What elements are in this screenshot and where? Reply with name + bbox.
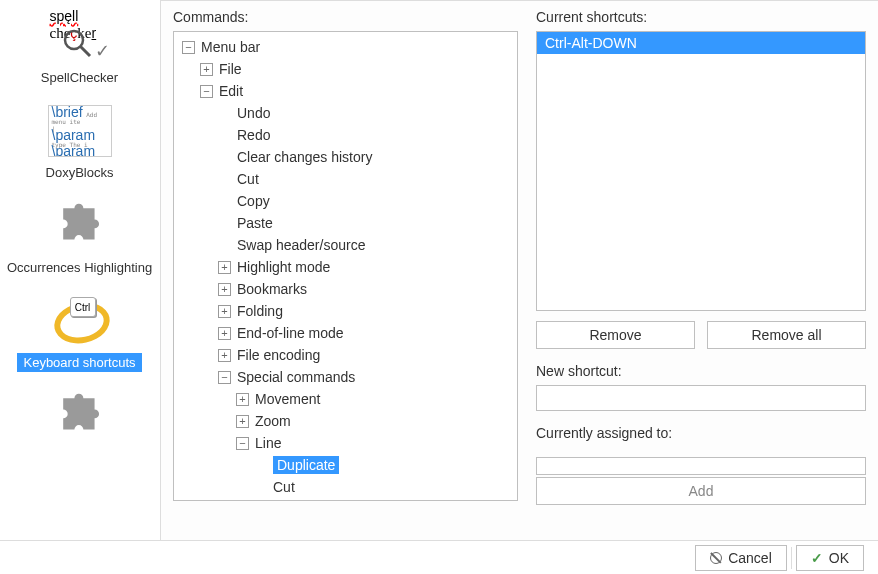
keyboard-icon: Ctrl	[48, 289, 112, 353]
cancel-button[interactable]: Cancel	[695, 545, 787, 571]
expand-icon[interactable]: +	[218, 261, 231, 274]
spellcheck-icon: spęllcheçker ✓	[48, 4, 112, 68]
tree-item-paste[interactable]: Paste	[174, 212, 517, 234]
expand-icon[interactable]: +	[236, 415, 249, 428]
tree-item-highlight-mode[interactable]: +Highlight mode	[174, 256, 517, 278]
puzzle-icon	[48, 384, 112, 448]
current-shortcuts-list[interactable]: Ctrl-Alt-DOWN	[536, 31, 866, 311]
tree-item-label: Bookmarks	[237, 281, 307, 297]
collapse-icon[interactable]: −	[182, 41, 195, 54]
tree-item-label: Highlight mode	[237, 259, 330, 275]
cancel-label: Cancel	[728, 550, 772, 566]
collapse-icon[interactable]: −	[218, 371, 231, 384]
ok-label: OK	[829, 550, 849, 566]
tree-item-label: End-of-line mode	[237, 325, 344, 341]
add-button[interactable]: Add	[536, 477, 866, 505]
tree-item-movement[interactable]: +Movement	[174, 388, 517, 410]
tree-item-copy[interactable]: Copy	[174, 190, 517, 212]
expand-icon[interactable]: +	[218, 349, 231, 362]
shortcut-item[interactable]: Ctrl-Alt-DOWN	[537, 32, 865, 54]
tree-item-duplicate[interactable]: Duplicate	[174, 454, 517, 476]
tree-item-label: File	[219, 61, 242, 77]
tree-item-label: Paste	[237, 215, 273, 231]
plugin-sidebar: spęllcheçker ✓ SpellChecker\brief Add me…	[0, 0, 160, 540]
new-shortcut-input[interactable]	[536, 385, 866, 411]
tree-item-file[interactable]: +File	[174, 58, 517, 80]
tree-item-edit[interactable]: −Edit	[174, 80, 517, 102]
tree-item-label: Swap header/source	[237, 237, 365, 253]
expand-icon[interactable]: +	[218, 305, 231, 318]
tree-item-label: Redo	[237, 127, 270, 143]
tree-item-cut[interactable]: Cut	[174, 476, 517, 498]
tree-item-label: Edit	[219, 83, 243, 99]
tree-item-label: Copy	[237, 193, 270, 209]
sidebar-item-label	[74, 448, 86, 452]
sidebar-item-occurrences-highlighting[interactable]: Occurrences Highlighting	[0, 190, 159, 285]
expand-icon[interactable]: +	[218, 283, 231, 296]
sidebar-item-spellchecker[interactable]: spęllcheçker ✓ SpellChecker	[0, 0, 159, 95]
tree-item-clear-changes-history[interactable]: Clear changes history	[174, 146, 517, 168]
expand-icon[interactable]: +	[236, 393, 249, 406]
sidebar-item-label: Keyboard shortcuts	[17, 353, 141, 372]
sidebar-item-label: DoxyBlocks	[40, 163, 120, 182]
sidebar-item-doxyblocks[interactable]: \brief Add menu ite|\param type The i\pa…	[0, 95, 159, 190]
tree-item-label: Movement	[255, 391, 320, 407]
tree-item-swap-header-source[interactable]: Swap header/source	[174, 234, 517, 256]
puzzle-icon	[48, 194, 112, 258]
tree-item-special-commands[interactable]: −Special commands	[174, 366, 517, 388]
tree-item-file-encoding[interactable]: +File encoding	[174, 344, 517, 366]
tree-item-zoom[interactable]: +Zoom	[174, 410, 517, 432]
remove-all-button[interactable]: Remove all	[707, 321, 866, 349]
tree-item-label: Clear changes history	[237, 149, 372, 165]
tree-item-label: Cut	[237, 171, 259, 187]
tree-item-label: Menu bar	[201, 39, 260, 55]
svg-line-1	[80, 46, 90, 56]
tree-item-label: Zoom	[255, 413, 291, 429]
sidebar-item-label: Occurrences Highlighting	[1, 258, 158, 277]
remove-button[interactable]: Remove	[536, 321, 695, 349]
current-shortcuts-label: Current shortcuts:	[536, 9, 866, 25]
tree-item-label: Duplicate	[273, 456, 339, 474]
collapse-icon[interactable]: −	[236, 437, 249, 450]
assigned-to-box	[536, 457, 866, 475]
assigned-to-label: Currently assigned to:	[536, 425, 866, 441]
tree-item-bookmarks[interactable]: +Bookmarks	[174, 278, 517, 300]
sidebar-item-keyboard-shortcuts[interactable]: Ctrl Keyboard shortcuts	[0, 285, 159, 380]
tree-item-redo[interactable]: Redo	[174, 124, 517, 146]
sidebar-item-label: SpellChecker	[35, 68, 124, 87]
keyboard-shortcuts-panel: Commands: −Menu bar+File−EditUndoRedoCle…	[160, 0, 878, 540]
commands-tree[interactable]: −Menu bar+File−EditUndoRedoClear changes…	[173, 31, 518, 501]
tree-item-menu-bar[interactable]: −Menu bar	[174, 36, 517, 58]
tree-item-label: Folding	[237, 303, 283, 319]
doxyblocks-icon: \brief Add menu ite|\param type The i\pa…	[48, 99, 112, 163]
new-shortcut-label: New shortcut:	[536, 363, 866, 379]
expand-icon[interactable]: +	[200, 63, 213, 76]
tree-item-label: Special commands	[237, 369, 355, 385]
cancel-icon	[710, 552, 722, 564]
tree-item-line[interactable]: −Line	[174, 432, 517, 454]
tree-item-label: Line	[255, 435, 281, 451]
commands-label: Commands:	[173, 9, 518, 25]
tree-item-label: File encoding	[237, 347, 320, 363]
ok-button[interactable]: ✓ OK	[796, 545, 864, 571]
dialog-footer: Cancel ✓ OK	[0, 540, 878, 574]
expand-icon[interactable]: +	[218, 327, 231, 340]
sidebar-item-item-4[interactable]	[0, 380, 159, 460]
tree-item-label: Cut	[273, 479, 295, 495]
collapse-icon[interactable]: −	[200, 85, 213, 98]
tree-item-label: Undo	[237, 105, 270, 121]
tree-item-cut[interactable]: Cut	[174, 168, 517, 190]
check-icon: ✓	[811, 550, 823, 566]
tree-item-undo[interactable]: Undo	[174, 102, 517, 124]
tree-item-folding[interactable]: +Folding	[174, 300, 517, 322]
tree-item-end-of-line-mode[interactable]: +End-of-line mode	[174, 322, 517, 344]
